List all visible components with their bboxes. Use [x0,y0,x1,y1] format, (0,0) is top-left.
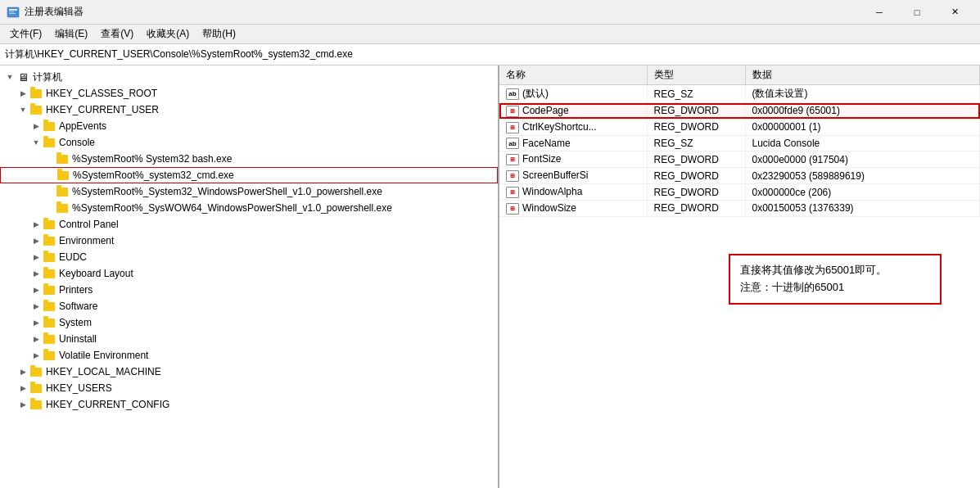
minimize-button[interactable]: ─ [860,0,898,25]
folder-icon-powershell [56,185,69,198]
tree-item-powershell64[interactable]: %SystemRoot%_SysWOW64_WindowsPowerShell_… [0,200,498,216]
cell-name: ⊞WindowSize [499,200,647,216]
folder-icon-classes [29,87,43,100]
cell-data: 0x00150053 (1376339) [745,200,980,216]
tree-panel[interactable]: ▼ 🖥 计算机 ▶ HKEY_CLASSES_ROOT ▼ HKEY_CURRE… [0,66,499,488]
menu-view[interactable]: 查看(V) [94,25,140,43]
expand-icon-eudc: ▶ [29,251,43,264]
cell-type: REG_DWORD [647,200,745,216]
expand-icon-appevents: ▶ [29,120,43,133]
tree-item-console[interactable]: ▼ Console [0,134,498,151]
tree-item-system[interactable]: ▶ System [0,314,498,331]
tree-item-appevents[interactable]: ▶ AppEvents [0,118,498,134]
folder-icon-current-config [29,398,43,411]
close-button[interactable]: ✕ [936,0,973,25]
tree-item-hkey-local-machine[interactable]: ▶ HKEY_LOCAL_MACHINE [0,364,498,380]
table-row[interactable]: ⊞FontSizeREG_DWORD0x000e0000 (917504) [499,151,980,168]
tree-label-classes: HKEY_CLASSES_ROOT [46,88,157,99]
tree-item-hkey-users[interactable]: ▶ HKEY_USERS [0,380,498,396]
cell-data: 0x0000fde9 (65001) [745,103,980,120]
tree-item-hkey-classes-root[interactable]: ▶ HKEY_CLASSES_ROOT [0,85,498,102]
tree-label-powershell: %SystemRoot%_System32_WindowsPowerShell_… [72,186,382,197]
tree-label-local-machine: HKEY_LOCAL_MACHINE [46,366,161,377]
cell-name: ⊞ScreenBufferSi [499,168,647,184]
cell-name: ⊞CtrlKeyShortcu... [499,119,647,135]
tree-label-software: Software [59,300,97,312]
tree-item-cmd[interactable]: %SystemRoot%_system32_cmd.exe [0,167,498,183]
cell-type: REG_SZ [647,135,745,151]
menu-bar: 文件(F) 编辑(E) 查看(V) 收藏夹(A) 帮助(H) [0,25,980,44]
tree-item-uninstall[interactable]: ▶ Uninstall [0,331,498,347]
tree-item-keyboardlayout[interactable]: ▶ Keyboard Layout [0,265,498,282]
name-text: WindowSize [522,202,576,214]
menu-help[interactable]: 帮助(H) [196,25,242,43]
tree-item-hkey-current-user[interactable]: ▼ HKEY_CURRENT_USER [0,102,498,118]
tree-item-environment[interactable]: ▶ Environment [0,233,498,249]
tree-label-powershell64: %SystemRoot%_SysWOW64_WindowsPowerShell_… [72,202,392,214]
name-text: CodePage [522,105,569,116]
expand-icon-bash [43,152,56,165]
table-row[interactable]: ⊞CodePageREG_DWORD0x0000fde9 (65001) [499,103,980,120]
tree-label-appevents: AppEvents [59,120,106,132]
table-row[interactable]: ⊞WindowSizeREG_DWORD0x00150053 (1376339) [499,200,980,216]
menu-edit[interactable]: 编辑(E) [48,25,94,43]
ab-icon: ab [506,138,519,149]
folder-icon-cmd [56,169,70,182]
tree-label-current-config: HKEY_CURRENT_CONFIG [46,399,169,410]
tree-item-bash[interactable]: %SystemRoot% System32 bash.exe [0,151,498,167]
tree-item-eudc[interactable]: ▶ EUDC [0,249,498,265]
expand-icon-printers: ▶ [29,283,43,296]
expand-icon-controlpanel: ▶ [29,218,43,231]
folder-icon-eudc [43,251,56,264]
tree-label-printers: Printers [59,284,93,296]
expand-icon-console: ▼ [29,136,43,149]
tree-item-software[interactable]: ▶ Software [0,298,498,314]
tree-item-printers[interactable]: ▶ Printers [0,282,498,298]
table-row[interactable]: ⊞CtrlKeyShortcu...REG_DWORD0x00000001 (1… [499,119,980,135]
table-row[interactable]: ⊞ScreenBufferSiREG_DWORD0x23290053 (5898… [499,168,980,184]
ab-icon: ab [506,88,519,100]
computer-icon: 🖥 [16,70,29,84]
table-header-row: 名称 类型 数据 [499,66,980,85]
tree-item-powershell[interactable]: %SystemRoot%_System32_WindowsPowerShell_… [0,183,498,200]
expand-icon-software: ▶ [29,300,43,313]
menu-file[interactable]: 文件(F) [3,25,48,43]
folder-icon-keyboardlayout [43,267,56,280]
table-row[interactable]: ab(默认)REG_SZ(数值未设置) [499,85,980,103]
menu-favorites[interactable]: 收藏夹(A) [140,25,196,43]
tree-label-current-user: HKEY_CURRENT_USER [46,104,159,115]
expand-icon-keyboardlayout: ▶ [29,267,43,280]
expand-icon-users: ▶ [16,382,29,395]
tree-item-controlpanel[interactable]: ▶ Control Panel [0,216,498,233]
cell-data: 0x000000ce (206) [745,184,980,201]
col-name: 名称 [499,66,647,85]
table-row[interactable]: abFaceNameREG_SZLucida Console [499,135,980,151]
table-row[interactable]: ⊞WindowAlphaREG_DWORD0x000000ce (206) [499,184,980,201]
maximize-button[interactable]: □ [898,0,936,25]
folder-icon-bash [56,152,69,165]
dword-icon: ⊞ [506,203,519,215]
folder-icon-system [43,316,56,329]
dword-icon: ⊞ [506,122,519,133]
folder-icon-volatile [43,349,56,362]
cell-type: REG_DWORD [647,151,745,168]
tree-label-system: System [59,317,92,328]
tree-label-computer: 计算机 [33,70,62,84]
tree-item-volatile[interactable]: ▶ Volatile Environment [0,347,498,364]
tree-label-users: HKEY_USERS [46,382,112,394]
name-text: CtrlKeyShortcu... [522,121,597,133]
cell-data: (数值未设置) [745,85,980,103]
tree-label-console: Console [59,137,95,148]
tree-item-hkey-current-config[interactable]: ▶ HKEY_CURRENT_CONFIG [0,396,498,413]
cell-name: ⊞WindowAlpha [499,184,647,201]
tree-label-uninstall: Uninstall [59,333,97,345]
expand-icon-powershell [43,185,56,198]
cell-type: REG_DWORD [647,168,745,184]
tree-label-keyboardlayout: Keyboard Layout [59,268,133,279]
dword-icon: ⊞ [506,187,519,198]
tree-item-computer[interactable]: ▼ 🖥 计算机 [0,69,498,85]
expand-icon-computer: ▼ [3,70,16,84]
dword-icon: ⊞ [506,106,519,117]
expand-icon-environment: ▶ [29,234,43,247]
folder-icon-powershell64 [56,201,69,215]
